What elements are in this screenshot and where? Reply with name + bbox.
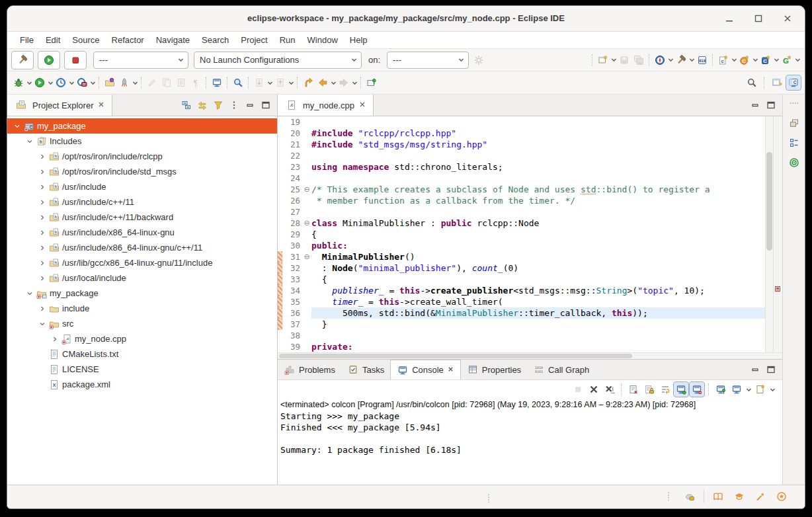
maximize-icon[interactable]	[259, 98, 273, 112]
chevron-right-icon[interactable]	[36, 245, 48, 251]
chevron-down-icon[interactable]	[773, 57, 780, 63]
tips-icon[interactable]	[753, 489, 768, 504]
menu-file[interactable]: File	[14, 32, 40, 48]
gear-icon[interactable]	[471, 53, 486, 67]
drag-dots-icon[interactable]	[787, 96, 801, 110]
chevron-down-icon[interactable]	[667, 57, 674, 63]
remove-all-launches-icon[interactable]	[602, 382, 617, 397]
chevron-down-icon[interactable]	[266, 80, 273, 86]
profile-icon[interactable]	[54, 75, 68, 90]
menu-run[interactable]: Run	[274, 32, 302, 48]
chevron-down-icon[interactable]	[688, 57, 695, 63]
build-target-icon[interactable]	[787, 155, 801, 170]
chevron-right-icon[interactable]	[36, 153, 48, 160]
show-output-icon[interactable]	[690, 382, 704, 397]
fold-collapse-icon[interactable]: ⊖	[302, 184, 311, 195]
chevron-right-icon[interactable]	[36, 275, 48, 282]
drag-grip-icon[interactable]	[481, 491, 496, 506]
tree-item--usr-include-x86-64-linux-gnu[interactable]: h/usr/include/x86_64-linux-gnu	[7, 225, 277, 240]
show-source-icon[interactable]	[174, 75, 188, 90]
menu-help[interactable]: Help	[344, 32, 374, 48]
tab-properties[interactable]: Properties	[461, 360, 527, 379]
close-icon[interactable]	[358, 100, 366, 110]
overview-ruler[interactable]	[773, 116, 782, 352]
window-maximize-icon[interactable]	[751, 11, 766, 26]
back-icon[interactable]	[315, 75, 330, 90]
new-console-icon[interactable]	[753, 382, 768, 397]
chevron-down-icon[interactable]	[351, 80, 358, 86]
chevron-down-icon[interactable]	[26, 80, 32, 86]
chevron-down-icon[interactable]	[794, 57, 801, 63]
launch-config-combo[interactable]: No Launch Configurations	[194, 52, 362, 69]
chevron-right-icon[interactable]	[36, 214, 48, 221]
word-wrap-icon[interactable]	[658, 382, 672, 397]
learn-icon[interactable]	[732, 489, 747, 504]
last-edit-icon[interactable]	[301, 75, 315, 90]
chevron-down-icon[interactable]	[610, 57, 617, 63]
outline-icon[interactable]	[787, 136, 801, 150]
view-menu-icon[interactable]	[227, 98, 241, 112]
format-icon[interactable]	[145, 75, 159, 90]
change-marker-icon[interactable]	[775, 286, 780, 292]
forward-icon[interactable]	[337, 75, 351, 90]
menu-source[interactable]: Source	[66, 32, 105, 48]
chevron-down-icon[interactable]	[24, 138, 35, 145]
launch-rocket-icon[interactable]	[117, 75, 132, 90]
chevron-down-icon[interactable]	[11, 123, 22, 130]
tree-item-my-package[interactable]: Cmy_package	[7, 118, 277, 134]
new-c-file-icon[interactable]: C	[758, 53, 773, 67]
editor-vertical-scrollbar[interactable]	[765, 116, 773, 352]
minimize-icon[interactable]	[748, 98, 762, 112]
menu-window[interactable]: Window	[302, 32, 344, 48]
terminate-icon[interactable]	[571, 382, 585, 397]
chevron-down-icon[interactable]	[745, 387, 752, 393]
menu-edit[interactable]: Edit	[40, 32, 66, 48]
maximize-icon[interactable]	[764, 362, 778, 377]
console-view-icon[interactable]	[210, 75, 224, 90]
run-play-icon[interactable]	[32, 75, 47, 90]
chevron-down-icon[interactable]	[177, 57, 184, 63]
pin-editor-icon[interactable]	[364, 75, 379, 90]
pin-console-icon[interactable]	[674, 382, 688, 397]
docs-book-icon[interactable]	[711, 489, 725, 504]
maximize-icon[interactable]	[764, 98, 778, 112]
smart-mode-icon[interactable]	[682, 489, 697, 504]
community-icon[interactable]	[774, 489, 789, 504]
chevron-down-icon[interactable]	[89, 80, 96, 86]
tree-item-include[interactable]: include	[7, 301, 277, 316]
scroll-lock-icon[interactable]	[642, 382, 657, 397]
tab-console[interactable]: Console	[390, 360, 461, 379]
tree-item--usr-lib-gcc-x86-64-linux-gnu-11-include[interactable]: h/usr/lib/gcc/x86_64-linux-gnu/11/includ…	[7, 255, 277, 270]
pilcrow-icon[interactable]: ¶	[188, 75, 203, 90]
next-annotation-icon[interactable]	[252, 75, 266, 90]
chevron-right-icon[interactable]	[36, 305, 48, 312]
editor-horizontal-scrollbar[interactable]	[278, 352, 782, 359]
new-cpp-class-icon[interactable]: C	[737, 53, 752, 67]
tree-item-my-package[interactable]: my_package	[7, 286, 277, 301]
launch-target-combo[interactable]: ---	[387, 52, 469, 69]
window-close-icon[interactable]	[780, 11, 795, 26]
debug-compass-icon[interactable]	[653, 53, 667, 67]
collapse-all-icon[interactable]	[179, 98, 194, 112]
tab-tasks[interactable]: Tasks	[341, 360, 390, 379]
chevron-right-icon[interactable]	[49, 336, 60, 342]
chevron-down-icon[interactable]	[731, 57, 737, 63]
open-console-icon[interactable]	[729, 382, 744, 397]
remove-launch-icon[interactable]	[587, 382, 601, 397]
menu-project[interactable]: Project	[235, 32, 273, 48]
menu-refactor[interactable]: Refactor	[106, 32, 150, 48]
tree-item-includes[interactable]: hIncludes	[7, 134, 277, 149]
open-element-icon[interactable]	[102, 75, 117, 90]
tab-call-graph[interactable]: 10100101Call Graph	[527, 360, 595, 379]
display-console-icon[interactable]	[713, 382, 728, 397]
tree-item-src[interactable]: src	[7, 316, 277, 331]
tree-item-my-node-cpp[interactable]: .cmy_node.cpp	[7, 331, 277, 346]
tree-item-license[interactable]: LICENSE	[7, 362, 277, 377]
tab-problems[interactable]: Problems	[278, 360, 341, 379]
menu-search[interactable]: Search	[196, 32, 235, 48]
clear-console-icon[interactable]	[626, 382, 641, 397]
cpp-perspective-icon[interactable]: C	[786, 75, 801, 90]
new-make-target-icon[interactable]: G	[780, 53, 794, 67]
run-play-button[interactable]	[38, 51, 60, 69]
filter-icon[interactable]	[211, 98, 225, 112]
